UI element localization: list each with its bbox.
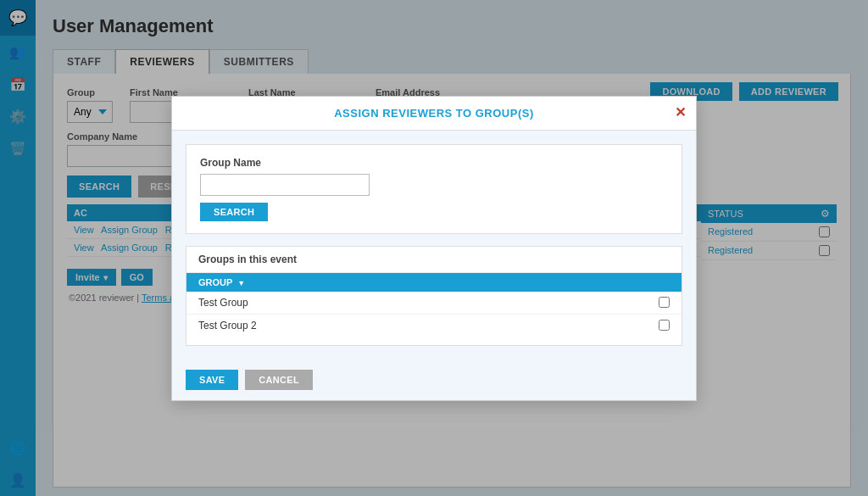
modal-search-button[interactable]: SEARCH xyxy=(200,203,268,221)
modal-group-name-label: Group Name xyxy=(200,157,668,169)
modal-close-button[interactable]: ✕ xyxy=(675,106,686,120)
group-row-2: Test Group 2 xyxy=(186,315,682,337)
group-col-label: GROUP ▼ xyxy=(198,277,245,287)
modal-save-button[interactable]: SAVE xyxy=(186,370,238,390)
group-checkbox-2[interactable] xyxy=(659,320,670,331)
group-name-2: Test Group 2 xyxy=(198,320,257,332)
group-checkbox-1[interactable] xyxy=(659,297,670,308)
modal-header: ASSIGN REVIEWERS TO GROUP(S) ✕ xyxy=(172,97,696,131)
group-row-1: Test Group xyxy=(186,292,682,315)
modal-footer: SAVE CANCEL xyxy=(172,359,696,400)
groups-table-header: GROUP ▼ xyxy=(186,273,682,292)
modal-group-name-input[interactable] xyxy=(200,174,370,196)
modal-overlay: ASSIGN REVIEWERS TO GROUP(S) ✕ Group Nam… xyxy=(0,0,868,496)
groups-section-title: Groups in this event xyxy=(186,247,682,273)
modal-title: ASSIGN REVIEWERS TO GROUP(S) xyxy=(334,107,534,120)
modal-search-section: Group Name SEARCH xyxy=(186,144,682,234)
modal-body: Group Name SEARCH Groups in this event G… xyxy=(172,131,696,359)
groups-section: Groups in this event GROUP ▼ Test Group … xyxy=(186,246,682,346)
assign-reviewers-modal: ASSIGN REVIEWERS TO GROUP(S) ✕ Group Nam… xyxy=(171,96,697,401)
group-name-1: Test Group xyxy=(198,297,248,309)
modal-cancel-button[interactable]: CANCEL xyxy=(245,370,313,390)
sort-icon: ▼ xyxy=(237,279,245,287)
